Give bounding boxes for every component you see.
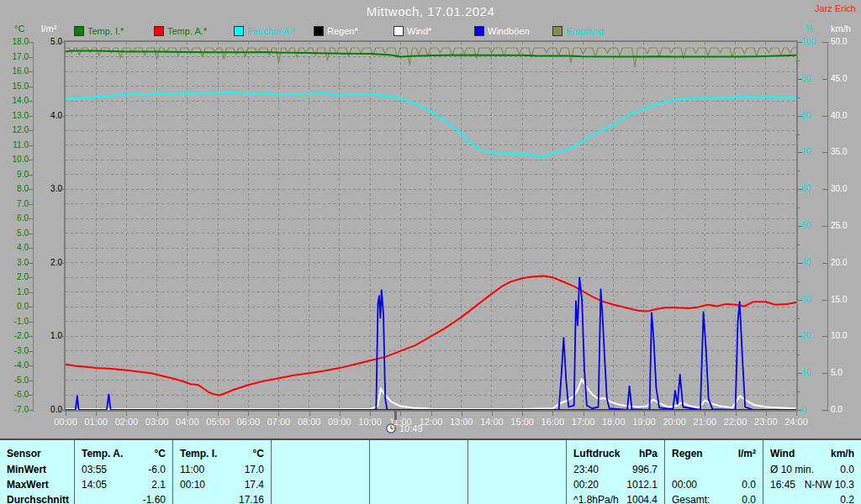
time-label: 10:00 [355, 417, 385, 427]
time-label: 03:00 [142, 417, 172, 427]
temp-axis-label: -3.0 [2, 346, 29, 356]
temp-axis-tick [29, 292, 33, 293]
humidity-axis-label: 40 [801, 258, 825, 268]
table-cell: 0.0 [672, 479, 756, 491]
temp-axis-label: 12.0 [2, 125, 29, 135]
legend-item-empfang[interactable]: Empfang [552, 26, 603, 36]
temp-axis-label: 13.0 [2, 111, 29, 121]
table-cell: km/h [770, 448, 854, 459]
time-tick [614, 411, 615, 416]
legend-item-temp-a-[interactable]: Temp. A.* [154, 26, 207, 36]
humidity-axis-label: 90 [801, 74, 825, 84]
time-tick [309, 411, 310, 416]
legend-label: Temp. A.* [167, 26, 207, 36]
time-tick [248, 411, 249, 416]
temp-axis-label: -6.0 [2, 390, 29, 400]
clock-icon [386, 423, 398, 434]
table-cell: 0.0 [672, 494, 756, 504]
time-label: 13:00 [446, 417, 477, 427]
table-cell: -6.0 [82, 464, 166, 475]
table-separator [271, 440, 272, 504]
time-label: 14:00 [477, 417, 507, 427]
time-tick [644, 411, 645, 416]
temp-axis-tick [29, 218, 33, 219]
legend-item-wind-[interactable]: Wind* [394, 26, 431, 36]
temp-axis-label: 3.0 [2, 258, 29, 268]
table-cell: MaxWert [7, 479, 72, 491]
temp-axis-tick [29, 130, 33, 131]
temp-axis-label: 7.0 [2, 199, 29, 209]
legend-label: Empfang [566, 26, 603, 36]
table-cell: 996.7 [573, 464, 658, 475]
table-cell: 17.0 [180, 464, 264, 475]
wind-axis-tick [822, 263, 827, 264]
table-cell: 2.1 [82, 479, 166, 491]
series-wind [66, 379, 796, 409]
temp-axis-tick [29, 351, 33, 352]
temp-axis-label: 9.0 [2, 170, 29, 180]
temp-axis-tick [29, 116, 33, 117]
time-tick [278, 411, 279, 416]
wind-axis-label: 15.0 [831, 295, 859, 305]
table-separator [566, 440, 567, 504]
temp-axis-label: 14.0 [2, 96, 29, 106]
wind-axis-label: 45.0 [831, 74, 859, 84]
table-separator [369, 440, 370, 504]
temp-axis-tick [29, 381, 33, 381]
time-tick [462, 411, 462, 416]
temp-axis-label: 0.0 [2, 302, 29, 312]
legend-item-regen-[interactable]: Regen* [314, 26, 358, 36]
legend-label: Windböen [488, 26, 530, 36]
temp-axis-label: 5.0 [2, 228, 29, 239]
temp-axis-label: -1.0 [2, 317, 29, 327]
user-name-label: Jarz Erich [815, 3, 856, 13]
wind-axis-tick [822, 79, 827, 80]
temp-axis-label: 18.0 [2, 37, 29, 47]
axis-unit-wind: km/h [831, 24, 851, 34]
table-cell: hPa [573, 448, 658, 459]
legend-item-windb-en[interactable]: Windböen [474, 26, 530, 36]
table-cell: 0.2 [770, 494, 854, 504]
axis-unit-celsius: °C [14, 24, 24, 34]
table-separator [763, 440, 763, 504]
time-tick [96, 411, 97, 416]
humidity-axis-label: 50 [801, 221, 825, 231]
legend-swatch-icon [314, 26, 324, 36]
legend-item-temp-i-[interactable]: Temp. I.* [74, 26, 124, 36]
time-tick [218, 411, 219, 416]
humidity-axis-label: 80 [801, 111, 825, 121]
time-tick [431, 411, 432, 416]
wind-axis-label: 5.0 [831, 368, 859, 378]
table-cell: 1012.1 [573, 479, 658, 491]
time-tick [188, 411, 188, 416]
temp-axis-tick [29, 175, 33, 176]
axis-unit-rain: l/m² [41, 24, 56, 34]
time-label: 04:00 [172, 417, 203, 427]
humidity-axis-label: 10 [801, 368, 825, 378]
wind-axis-tick [822, 116, 827, 117]
wind-axis-tick [822, 300, 827, 301]
time-tick [796, 411, 797, 416]
temp-axis-tick [29, 263, 33, 264]
temp-axis-tick [29, 87, 33, 87]
time-tick [522, 411, 523, 416]
wind-axis-label: 50.0 [831, 37, 859, 47]
time-tick [736, 411, 737, 416]
time-label: 22:00 [721, 417, 751, 427]
legend-item-feuchte-a-[interactable]: Feuchte A.* [234, 26, 295, 36]
time-tick [492, 411, 493, 416]
temp-axis-tick [29, 204, 33, 205]
wind-axis-tick [822, 373, 827, 374]
chart-plot-area [64, 40, 798, 412]
temp-axis-line [33, 42, 34, 412]
table-cell: N-NW 10.3 [770, 479, 854, 491]
temp-axis-tick [29, 71, 33, 72]
wind-axis-tick [822, 189, 827, 190]
wind-axis-label: 10.0 [831, 331, 859, 341]
page-title: Mittwoch, 17.01.2024 [0, 4, 861, 18]
temp-axis-tick [29, 189, 33, 190]
humidity-axis-label: 30 [801, 295, 825, 305]
humidity-axis-label: 100 [801, 37, 825, 47]
humidity-axis-label: 70 [801, 147, 825, 157]
temp-axis-tick [29, 336, 33, 337]
